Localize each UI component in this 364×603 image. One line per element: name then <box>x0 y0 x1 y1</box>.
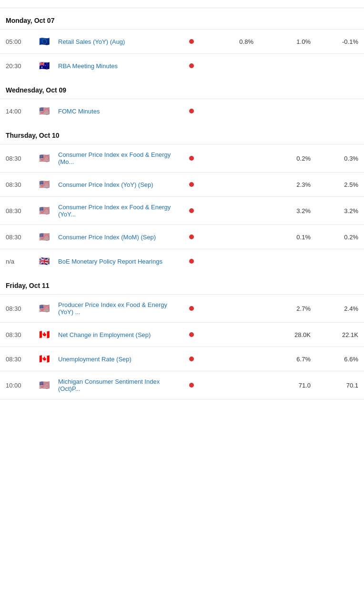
country-flag: 🇺🇸 <box>39 205 58 216</box>
event-row: 10:00 🇺🇸 Michigan Consumer Sentiment Ind… <box>0 371 364 399</box>
country-flag: 🇬🇧 <box>39 256 58 266</box>
previous-value: 0.3% <box>311 155 358 162</box>
event-time: 08:30 <box>6 356 39 363</box>
actual-value: 0.8% <box>206 38 253 45</box>
event-time: 10:00 <box>6 382 39 389</box>
event-row: 08:30 🇺🇸 Consumer Price Index ex Food & … <box>0 196 364 225</box>
event-name[interactable]: Unemployment Rate (Sep) <box>58 356 177 363</box>
red-dot <box>189 332 194 337</box>
consensus-value: 2.7% <box>253 305 311 312</box>
event-name[interactable]: Michigan Consumer Sentiment Index (Oct)P… <box>58 378 177 392</box>
volatility-indicator <box>177 108 206 115</box>
red-dot <box>189 235 194 239</box>
country-flag: 🇺🇸 <box>39 106 58 116</box>
volatility-indicator <box>177 207 206 215</box>
event-time: 08:30 <box>6 234 39 241</box>
previous-value: -0.1% <box>311 38 358 45</box>
country-flag: 🇺🇸 <box>39 380 58 390</box>
volatility-indicator <box>177 181 206 188</box>
event-row: 08:30 🇨🇦 Unemployment Rate (Sep) 6.7% 6.… <box>0 347 364 371</box>
event-row: 20:30 🇦🇺 RBA Meeting Minutes <box>0 53 364 78</box>
previous-value: 3.2% <box>311 207 358 215</box>
event-name[interactable]: Retail Sales (YoY) (Aug) <box>58 38 177 45</box>
event-time: 08:30 <box>6 155 39 162</box>
country-flag: 🇦🇺 <box>39 61 58 71</box>
consensus-value: 3.2% <box>253 207 311 215</box>
red-dot <box>189 306 194 311</box>
event-row: 14:00 🇺🇸 FOMC Minutes <box>0 99 364 123</box>
event-row: 05:00 🇪🇺 Retail Sales (YoY) (Aug) 0.8% 1… <box>0 29 364 53</box>
red-dot <box>189 156 194 161</box>
volatility-indicator <box>177 258 206 265</box>
volatility-indicator <box>177 234 206 241</box>
previous-value: 0.2% <box>311 234 358 241</box>
previous-value: 2.4% <box>311 305 358 312</box>
consensus-value: 71.0 <box>253 382 311 389</box>
event-time: 20:30 <box>6 62 39 70</box>
event-name[interactable]: Consumer Price Index (MoM) (Sep) <box>58 234 177 241</box>
country-flag: 🇪🇺 <box>39 36 58 47</box>
consensus-value: 0.2% <box>253 155 311 162</box>
country-flag: 🇺🇸 <box>39 232 58 242</box>
volatility-indicator <box>177 155 206 162</box>
section-date-3: Friday, Oct 11 <box>0 273 364 294</box>
event-time: 05:00 <box>6 38 39 45</box>
event-time: 08:30 <box>6 331 39 338</box>
event-time: n/a <box>6 258 39 265</box>
volatility-indicator <box>177 62 206 70</box>
event-name[interactable]: Consumer Price Index ex Food & Energy (M… <box>58 151 177 165</box>
event-name[interactable]: Consumer Price Index ex Food & Energy (Y… <box>58 204 177 218</box>
consensus-value: 28.0K <box>253 331 311 338</box>
event-time: 08:30 <box>6 181 39 188</box>
header-row <box>0 0 364 8</box>
event-row: 08:30 🇨🇦 Net Change in Employment (Sep) … <box>0 322 364 347</box>
volatility-indicator <box>177 356 206 363</box>
previous-value: 6.6% <box>311 356 358 363</box>
event-time: 14:00 <box>6 108 39 115</box>
section-date-2: Thursday, Oct 10 <box>0 123 364 144</box>
event-name[interactable]: Net Change in Employment (Sep) <box>58 331 177 338</box>
red-dot <box>189 259 194 264</box>
section-date-1: Wednesday, Oct 09 <box>0 78 364 99</box>
volatility-indicator <box>177 305 206 312</box>
red-dot <box>189 208 194 213</box>
consensus-value: 2.3% <box>253 181 311 188</box>
event-name[interactable]: FOMC Minutes <box>58 108 177 115</box>
consensus-value: 1.0% <box>253 38 311 45</box>
volatility-indicator <box>177 331 206 338</box>
calendar-body: Monday, Oct 07 05:00 🇪🇺 Retail Sales (Yo… <box>0 8 364 399</box>
volatility-indicator <box>177 382 206 389</box>
event-row: 08:30 🇺🇸 Consumer Price Index (YoY) (Sep… <box>0 172 364 196</box>
event-name[interactable]: RBA Meeting Minutes <box>58 62 177 70</box>
red-dot <box>189 39 194 44</box>
event-name[interactable]: Consumer Price Index (YoY) (Sep) <box>58 181 177 188</box>
event-time: 08:30 <box>6 305 39 312</box>
event-name[interactable]: Producer Price Index ex Food & Energy (Y… <box>58 301 177 316</box>
event-row: 08:30 🇺🇸 Producer Price Index ex Food & … <box>0 294 364 322</box>
country-flag: 🇨🇦 <box>39 354 58 364</box>
red-dot <box>189 63 194 68</box>
previous-value: 2.5% <box>311 181 358 188</box>
section-date-0: Monday, Oct 07 <box>0 8 364 29</box>
event-row: 08:30 🇺🇸 Consumer Price Index ex Food & … <box>0 144 364 172</box>
red-dot <box>189 182 194 187</box>
country-flag: 🇨🇦 <box>39 329 58 340</box>
country-flag: 🇺🇸 <box>39 303 58 314</box>
country-flag: 🇺🇸 <box>39 179 58 190</box>
country-flag: 🇺🇸 <box>39 153 58 164</box>
event-name[interactable]: BoE Monetary Policy Report Hearings <box>58 258 177 265</box>
red-dot <box>189 357 194 361</box>
previous-value: 70.1 <box>311 382 358 389</box>
consensus-value: 0.1% <box>253 234 311 241</box>
red-dot <box>189 109 194 113</box>
previous-value: 22.1K <box>311 331 358 338</box>
event-row: n/a 🇬🇧 BoE Monetary Policy Report Hearin… <box>0 249 364 273</box>
event-row: 08:30 🇺🇸 Consumer Price Index (MoM) (Sep… <box>0 225 364 249</box>
event-time: 08:30 <box>6 207 39 215</box>
volatility-indicator <box>177 38 206 45</box>
consensus-value: 6.7% <box>253 356 311 363</box>
red-dot <box>189 383 194 388</box>
